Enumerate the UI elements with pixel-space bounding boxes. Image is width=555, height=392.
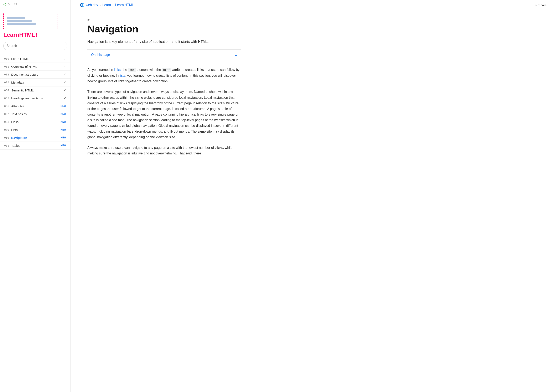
nav-label-009: Lists — [11, 128, 60, 132]
nav-badge-011: NEW — [60, 144, 66, 147]
nav-num-005: 005 — [4, 97, 11, 100]
chevron-down-icon: ⌄ — [234, 53, 238, 57]
nav-label-003: Metadata — [11, 81, 64, 84]
preview-bar-3 — [7, 23, 36, 25]
code-href: href — [162, 68, 171, 72]
nav-label-006: Attributes — [11, 104, 60, 108]
nav-label-005: Headings and sections — [11, 96, 64, 100]
nav-num-009: 009 — [4, 128, 11, 131]
nav-item-006[interactable]: 006 Attributes NEW — [0, 102, 71, 110]
nav-num-006: 006 — [4, 105, 11, 108]
breadcrumb-learn[interactable]: Learn — [102, 3, 111, 7]
back-arrow-icon[interactable]: < — [3, 2, 6, 7]
breadcrumb-current[interactable]: Learn HTML! — [115, 3, 135, 7]
nav-check-002: ✓ — [64, 73, 66, 76]
preview-bar-1 — [7, 17, 25, 19]
share-button[interactable]: ⇜ Share — [534, 3, 547, 7]
nav-num-010: 010 — [4, 136, 11, 139]
breadcrumb-sep-2: › — [113, 3, 114, 7]
nav-badge-007: NEW — [60, 113, 66, 115]
sidebar-top-controls: < > ●● — [0, 0, 71, 7]
nav-label-007: Text basics — [11, 112, 60, 116]
nav-label-008: Links — [11, 120, 60, 124]
article-para-2: There are several types of navigation an… — [87, 89, 241, 140]
webdev-logo-icon — [79, 2, 84, 7]
preview-bar-2 — [7, 20, 32, 22]
nav-check-005: ✓ — [64, 96, 66, 100]
nav-item-007[interactable]: 007 Text basics NEW — [0, 110, 71, 118]
sidebar-header: LearnHTML! — [0, 7, 71, 53]
search-input[interactable] — [3, 42, 67, 50]
code-a: <a> — [128, 68, 136, 72]
nav-check-000: ✓ — [64, 57, 66, 60]
nav-item-000[interactable]: 000 Learn HTML ✓ — [0, 55, 71, 63]
forward-arrow-icon[interactable]: > — [8, 2, 10, 7]
nav-num-008: 008 — [4, 120, 11, 123]
nav-item-005[interactable]: 005 Headings and sections ✓ — [0, 94, 71, 102]
nav-num-003: 003 — [4, 81, 11, 84]
nav-label-010: Navigation — [11, 136, 60, 139]
nav-item-010[interactable]: 010 Navigation NEW — [0, 134, 71, 142]
nav-item-002[interactable]: 002 Document structure ✓ — [0, 71, 71, 78]
breadcrumb-site[interactable]: web.dev — [86, 3, 98, 7]
article-body: As you learned in links, the <a> element… — [87, 67, 241, 156]
nav-label-001: Overview of HTML — [11, 65, 64, 68]
nav-check-001: ✓ — [64, 65, 66, 68]
nav-item-008[interactable]: 008 Links NEW — [0, 118, 71, 126]
nav-badge-008: NEW — [60, 120, 66, 123]
window-dots: ●● — [14, 2, 17, 7]
link-lists[interactable]: lists — [120, 74, 125, 77]
nav-item-011[interactable]: 011 Tables NEW — [0, 142, 71, 150]
article-para-1: As you learned in links, the <a> element… — [87, 67, 241, 84]
top-nav: web.dev › Learn › Learn HTML! ⇜ Share — [71, 0, 555, 10]
share-icon: ⇜ — [534, 3, 537, 7]
nav-label-002: Document structure — [11, 73, 64, 76]
nav-num-000: 000 — [4, 57, 11, 60]
nav-label-004: Semantic HTML — [11, 89, 64, 92]
link-links[interactable]: links — [114, 68, 121, 71]
sidebar: < > ●● LearnHTML! 000 Learn HTML ✓ 001 O… — [0, 0, 71, 392]
sidebar-logo-title: LearnHTML! — [3, 31, 37, 38]
breadcrumb-sep-1: › — [100, 3, 101, 7]
nav-label-000: Learn HTML — [11, 57, 64, 60]
breadcrumb: web.dev › Learn › Learn HTML! — [79, 2, 135, 7]
nav-num-001: 001 — [4, 65, 11, 68]
share-label: Share — [538, 3, 547, 7]
nav-check-003: ✓ — [64, 81, 66, 84]
on-this-page-label: On this page — [91, 53, 110, 57]
logo-colored-text: HTML! — [19, 32, 37, 38]
on-this-page-toggle[interactable]: On this page ⌄ — [87, 50, 241, 60]
logo-preview-box — [3, 13, 58, 29]
article-title: Navigation — [87, 23, 241, 35]
sidebar-nav-list: 000 Learn HTML ✓ 001 Overview of HTML ✓ … — [0, 53, 71, 392]
nav-item-009[interactable]: 009 Lists NEW — [0, 126, 71, 134]
article-number: 010 — [87, 19, 241, 21]
logo-plain-text: Learn — [3, 32, 19, 38]
nav-badge-009: NEW — [60, 128, 66, 131]
nav-label-011: Tables — [11, 144, 60, 147]
nav-num-004: 004 — [4, 89, 11, 92]
article-para-3: Always make sure users can navigate to a… — [87, 145, 241, 156]
nav-num-007: 007 — [4, 113, 11, 115]
nav-check-004: ✓ — [64, 89, 66, 92]
svg-marker-1 — [81, 3, 84, 7]
nav-num-002: 002 — [4, 73, 11, 76]
article-subtitle: Navigation is a key element of any site … — [87, 39, 241, 44]
main-content: web.dev › Learn › Learn HTML! ⇜ Share 01… — [71, 0, 555, 392]
nav-item-001[interactable]: 001 Overview of HTML ✓ — [0, 63, 71, 71]
article-container: 010 Navigation Navigation is a key eleme… — [71, 10, 258, 174]
nav-badge-006: NEW — [60, 105, 66, 107]
nav-item-004[interactable]: 004 Semantic HTML ✓ — [0, 86, 71, 94]
logo-area: LearnHTML! — [3, 10, 67, 42]
nav-badge-010: NEW — [60, 136, 66, 139]
nav-item-003[interactable]: 003 Metadata ✓ — [0, 78, 71, 86]
nav-num-011: 011 — [4, 144, 11, 147]
